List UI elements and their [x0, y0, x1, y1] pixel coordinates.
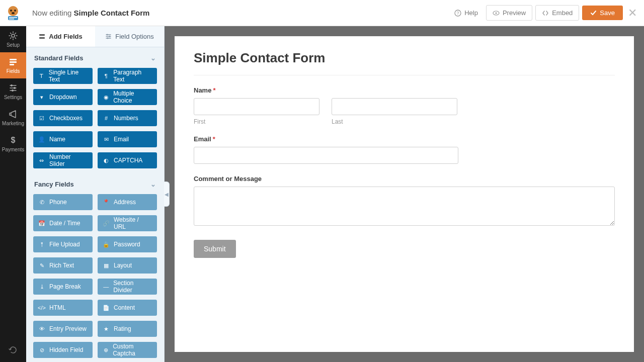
section-standard-fields[interactable]: Standard Fields ⌄ — [26, 47, 164, 66]
field-label: Section Divider — [113, 280, 152, 294]
nav-fields[interactable]: Fields — [0, 52, 26, 78]
number-slider-icon: ⇔ — [38, 157, 45, 164]
submit-button[interactable]: Submit — [194, 240, 236, 258]
field-password[interactable]: 🔒Password — [98, 236, 157, 252]
save-label: Save — [600, 9, 615, 17]
section-divider-icon: — — [103, 284, 109, 290]
tab-field-options[interactable]: Field Options — [95, 26, 164, 47]
nav-fields-label: Fields — [7, 68, 20, 74]
field-multiple-choice[interactable]: ◉Multiple Choice — [98, 89, 157, 105]
svg-point-22 — [109, 36, 111, 37]
field-website-url[interactable]: 🔗Website / URL — [98, 215, 157, 231]
embed-button[interactable]: Embed — [535, 5, 579, 21]
email-field[interactable]: Email* — [194, 135, 615, 164]
field-label: Password — [114, 241, 140, 248]
field-numbers[interactable]: #Numbers — [98, 110, 157, 126]
field-label: Name — [49, 136, 65, 143]
svg-point-3 — [12, 12, 15, 14]
field-date-time[interactable]: 📅Date / Time — [33, 215, 93, 231]
single-line-text-icon: 𝖳 — [38, 73, 45, 79]
nav-marketing-label: Marketing — [2, 121, 24, 126]
field-number-slider[interactable]: ⇔Number Slider — [33, 152, 93, 168]
dollar-icon: $ — [8, 135, 18, 145]
last-name-input[interactable] — [332, 98, 457, 115]
megaphone-icon — [8, 109, 18, 119]
field-label: Address — [114, 199, 136, 206]
last-name-sublabel: Last — [332, 118, 457, 125]
save-button[interactable]: Save — [582, 6, 623, 20]
tab-add-fields[interactable]: Add Fields — [26, 26, 95, 47]
field-html[interactable]: </>HTML — [33, 300, 93, 316]
field-label: Entry Preview — [49, 325, 87, 332]
svg-rect-13 — [10, 61, 17, 63]
nav-payments-label: Payments — [2, 147, 24, 152]
field-file-upload[interactable]: ⭱File Upload — [33, 236, 93, 252]
numbers-icon: # — [103, 115, 110, 121]
field-phone[interactable]: ✆Phone — [33, 194, 93, 210]
field-content[interactable]: 📄Content — [98, 300, 157, 316]
sliders-icon — [8, 83, 18, 93]
panel-collapse-handle[interactable]: ◀ — [164, 182, 170, 207]
field-label: Email — [114, 136, 129, 143]
field-rich-text[interactable]: ✎Rich Text — [33, 257, 93, 274]
svg-rect-14 — [10, 64, 14, 65]
fields-icon — [8, 57, 18, 67]
close-builder-button[interactable]: ✕ — [628, 7, 637, 20]
now-editing-prefix: Now editing — [32, 9, 71, 17]
field-paragraph-text[interactable]: ¶Paragraph Text — [98, 68, 157, 84]
field-entry-preview[interactable]: 👁Entry Preview — [33, 321, 93, 337]
section-fancy-fields[interactable]: Fancy Fields ⌄ — [26, 173, 164, 192]
captcha-icon: ◐ — [103, 157, 110, 164]
comment-textarea[interactable] — [194, 187, 615, 226]
field-page-break[interactable]: ⤓Page Break — [33, 279, 93, 295]
nav-settings[interactable]: Settings — [0, 78, 26, 105]
help-link[interactable]: ? Help — [454, 9, 478, 17]
left-nav: Setup Fields Settings Marketing $ Paymen… — [0, 26, 26, 362]
field-checkboxes[interactable]: ☑Checkboxes — [33, 110, 93, 126]
field-address[interactable]: 📍Address — [98, 194, 157, 210]
first-name-input[interactable] — [194, 98, 319, 115]
field-label: Phone — [49, 199, 67, 206]
first-name-sublabel: First — [194, 118, 319, 125]
field-layout[interactable]: ▦Layout — [98, 257, 157, 274]
svg-point-11 — [12, 34, 15, 37]
comment-field[interactable]: Comment or Message — [194, 175, 615, 228]
field-name[interactable]: 👤Name — [33, 131, 93, 147]
field-captcha[interactable]: ◐CAPTCHA — [98, 152, 157, 168]
nav-marketing[interactable]: Marketing — [0, 105, 26, 131]
paragraph-text-icon: ¶ — [103, 73, 109, 79]
field-label: Layout — [114, 262, 132, 269]
field-label: Rich Text — [49, 262, 74, 269]
standard-fields-grid: 𝖳Single Line Text¶Paragraph Text▾Dropdow… — [26, 66, 164, 173]
panel-scroll[interactable]: Standard Fields ⌄ 𝖳Single Line Text¶Para… — [26, 47, 164, 362]
nav-payments[interactable]: $ Payments — [0, 131, 26, 157]
field-label: Page Break — [49, 283, 81, 290]
name-field-row[interactable]: First Last — [194, 98, 615, 125]
form-title[interactable]: Simple Contact Form — [194, 50, 615, 75]
nav-history[interactable] — [0, 338, 26, 362]
help-icon: ? — [454, 10, 461, 17]
field-custom-captcha[interactable]: ⊕Custom Captcha — [98, 342, 157, 358]
field-hidden-field[interactable]: ⊘Hidden Field — [33, 342, 93, 358]
email-input[interactable] — [194, 147, 458, 164]
field-section-divider[interactable]: —Section Divider — [98, 279, 157, 295]
field-rating[interactable]: ★Rating — [98, 321, 157, 337]
field-email[interactable]: ✉Email — [98, 131, 157, 147]
nav-setup[interactable]: Setup — [0, 26, 26, 52]
email-field-label: Email* — [194, 135, 615, 143]
phone-icon: ✆ — [38, 199, 45, 206]
field-single-line-text[interactable]: 𝖳Single Line Text — [33, 68, 93, 84]
field-label: Multiple Choice — [113, 90, 152, 104]
canvas-wrap: Simple Contact Form Name* First Last Ema… — [165, 26, 644, 362]
form-canvas[interactable]: Simple Contact Form Name* First Last Ema… — [175, 36, 634, 352]
field-dropdown[interactable]: ▾Dropdown — [33, 89, 93, 105]
field-label: Dropdown — [49, 94, 77, 101]
preview-button[interactable]: Preview — [486, 5, 532, 21]
url-icon: 🔗 — [103, 220, 110, 227]
svg-point-23 — [107, 38, 109, 39]
checkboxes-icon: ☑ — [38, 115, 45, 122]
section-standard-label: Standard Fields — [34, 54, 84, 62]
svg-rect-20 — [39, 37, 45, 39]
field-label: Website / URL — [114, 216, 152, 230]
name-field-label: Name* — [194, 86, 615, 94]
